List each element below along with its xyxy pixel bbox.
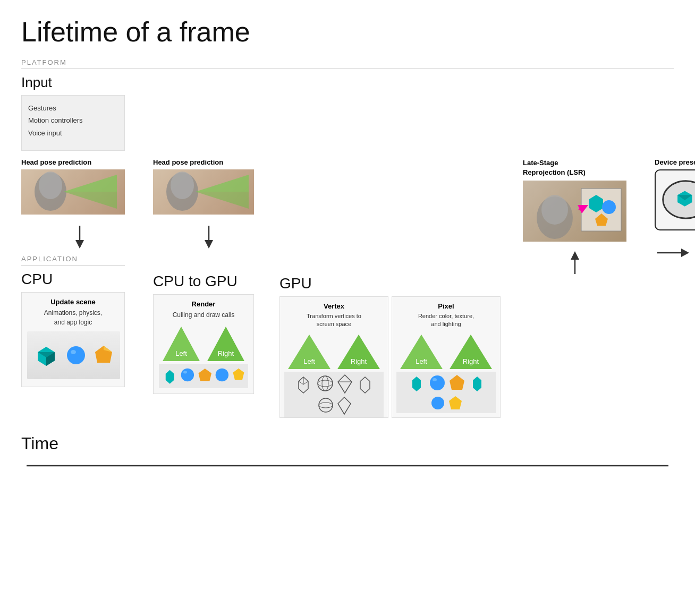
- svg-text:Left: Left: [416, 357, 427, 365]
- head-pose-label-1: Head pose prediction: [21, 158, 138, 166]
- svg-marker-18: [205, 240, 213, 249]
- svg-point-53: [433, 378, 437, 381]
- input-item-3: Voice input: [28, 127, 118, 139]
- gpu-label: GPU: [279, 275, 508, 292]
- col3-spacer: [279, 95, 508, 257]
- time-label: Time: [21, 434, 674, 454]
- svg-marker-5: [75, 240, 84, 249]
- svg-marker-2: [64, 175, 117, 192]
- svg-line-36: [303, 381, 308, 384]
- svg-line-35: [299, 381, 303, 384]
- svg-text:Left: Left: [175, 349, 187, 357]
- svg-point-52: [430, 375, 445, 390]
- device-present-label: Device present: [655, 158, 695, 166]
- svg-text:Left: Left: [303, 357, 315, 365]
- device-arrow-back: Back to Input: [655, 234, 695, 272]
- head-pose-img-1: [21, 169, 125, 215]
- svg-point-44: [319, 398, 333, 412]
- input-box: Gestures Motion controllers Voice input: [21, 95, 125, 151]
- page-title: Lifetime of a frame: [21, 16, 674, 48]
- input-item-1: Gestures: [28, 102, 118, 114]
- pixel-title: Pixel: [396, 302, 496, 310]
- svg-point-62: [602, 200, 616, 214]
- cpu-card-title: Update scene: [27, 298, 119, 306]
- svg-marker-51: [412, 377, 421, 391]
- render-objects: [159, 364, 248, 388]
- gpu-cards: Vertex Transform vertices toscreen space…: [279, 296, 508, 418]
- col-3: GPU Vertex Transform vertices toscreen s…: [279, 95, 508, 418]
- main-columns: Gestures Motion controllers Voice input …: [21, 95, 674, 418]
- col3-app-spacer: [279, 257, 508, 275]
- svg-marker-40: [338, 375, 352, 393]
- svg-point-24: [181, 369, 194, 381]
- svg-marker-16: [196, 192, 249, 209]
- col-4: Late-StageReprojection (LSR): [523, 95, 640, 321]
- device-present-img: [655, 169, 695, 230]
- svg-marker-46: [338, 397, 351, 414]
- col-2: Head pose prediction CPU: [153, 95, 265, 394]
- head-pose-img-2: [153, 169, 254, 215]
- vertex-desc: Transform vertices toscreen space: [284, 312, 384, 329]
- render-card-title: Render: [159, 300, 248, 308]
- head-pose-label-2: Head pose prediction: [153, 158, 265, 166]
- page: Lifetime of a frame PLATFORM Input Gestu…: [0, 0, 695, 490]
- svg-point-9: [67, 346, 85, 364]
- svg-marker-15: [196, 175, 249, 192]
- svg-point-14: [171, 172, 194, 199]
- svg-point-10: [71, 350, 76, 354]
- vertex-card: Vertex Transform vertices toscreen space…: [279, 296, 388, 418]
- arrow-down-1: [21, 218, 138, 255]
- col2-app-spacer: [153, 255, 265, 273]
- svg-point-37: [318, 376, 333, 391]
- cpu-card-desc: Animations, physics,and app logic: [27, 308, 119, 327]
- svg-marker-3: [64, 192, 117, 209]
- col2-spacer: [153, 95, 265, 158]
- svg-text:Right: Right: [463, 357, 479, 365]
- pixel-card: Pixel Render color, texture,and lighting…: [392, 296, 501, 418]
- vertex-title: Vertex: [284, 302, 384, 310]
- right-triangle-col: Right: [205, 324, 247, 364]
- svg-marker-23: [166, 370, 174, 384]
- svg-marker-54: [450, 375, 464, 390]
- input-label: Input: [21, 74, 674, 91]
- svg-marker-26: [198, 369, 211, 381]
- pixel-objects: [396, 372, 496, 413]
- time-arrow: [27, 458, 668, 474]
- svg-point-38: [318, 380, 333, 387]
- arrow-down-2: [153, 218, 265, 255]
- render-card-desc: Culling and draw calls: [159, 310, 248, 320]
- cpu-card: Update scene Animations, physics,and app…: [21, 292, 125, 387]
- svg-point-45: [319, 403, 333, 408]
- pixel-triangles: Left Right: [396, 332, 496, 372]
- svg-point-39: [322, 376, 328, 391]
- cpu-to-gpu-label: CPU to GPU: [153, 273, 265, 290]
- pixel-desc: Render color, texture,and lighting: [396, 312, 496, 329]
- svg-text:Right: Right: [218, 349, 234, 357]
- svg-line-42: [338, 375, 345, 382]
- svg-point-1: [39, 172, 62, 199]
- svg-marker-43: [360, 377, 370, 393]
- vertex-triangles: Left Right: [284, 332, 384, 372]
- col-1: Gestures Motion controllers Voice input …: [21, 95, 138, 387]
- time-section: Time: [21, 434, 674, 474]
- svg-point-27: [216, 369, 228, 381]
- svg-point-25: [183, 371, 187, 373]
- application-section-label: APPLICATION: [21, 255, 125, 266]
- svg-marker-57: [449, 396, 462, 409]
- svg-point-59: [541, 195, 568, 225]
- cpu-objects: [27, 331, 120, 379]
- cpu-label: CPU: [21, 271, 138, 288]
- lsr-label: Late-StageReprojection (LSR): [523, 158, 586, 177]
- lsr-img: [523, 181, 626, 242]
- input-item-2: Motion controllers: [28, 114, 118, 126]
- col-5: Device present: [655, 95, 695, 272]
- vertex-objects: [284, 372, 384, 417]
- platform-section-label: PLATFORM: [21, 58, 674, 69]
- svg-marker-77: [681, 249, 689, 257]
- svg-point-56: [431, 397, 444, 409]
- render-triangles: Left Right: [159, 324, 248, 364]
- svg-marker-55: [473, 377, 481, 391]
- left-triangle-col: Left: [160, 324, 202, 364]
- svg-marker-28: [233, 369, 244, 380]
- svg-marker-67: [571, 251, 579, 260]
